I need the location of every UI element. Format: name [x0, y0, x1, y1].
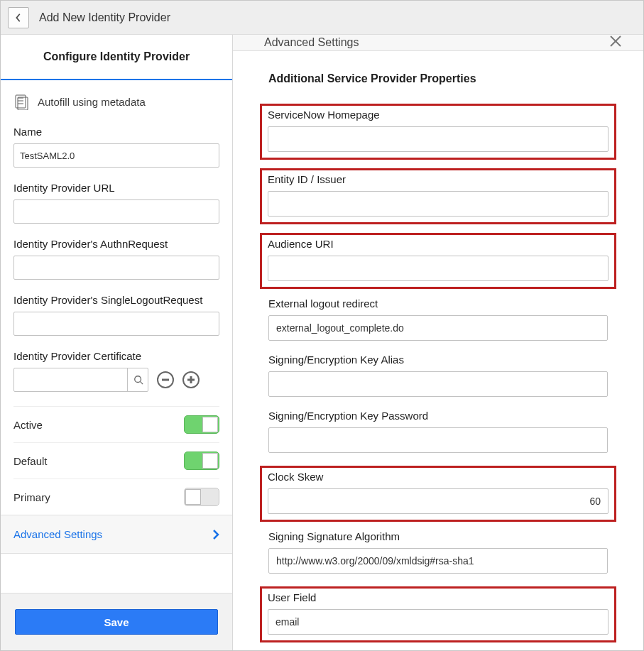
slo-input[interactable] [13, 312, 219, 336]
key-alias-input[interactable] [268, 371, 608, 397]
key-alias-field: Signing/Encryption Key Alias [268, 354, 608, 397]
advanced-settings-link[interactable]: Advanced Settings [1, 515, 232, 554]
autofill-using-metadata[interactable]: Autofill using metadata [13, 93, 219, 110]
clock-label: Clock Skew [268, 471, 608, 483]
user-field: User Field [268, 591, 608, 635]
search-icon [133, 375, 143, 385]
cert-field: Identity Provider Certificate [13, 350, 219, 392]
homepage-input[interactable] [268, 126, 608, 152]
autofill-label: Autofill using metadata [38, 96, 146, 108]
save-button[interactable]: Save [15, 609, 218, 635]
close-button[interactable] [609, 35, 622, 50]
primary-row: Primary [13, 478, 219, 515]
ext-logout-input[interactable] [268, 315, 608, 341]
audience-field: Audience URI [268, 238, 608, 281]
default-toggle[interactable] [184, 452, 219, 470]
authn-label: Identity Provider's AuthnRequest [13, 238, 219, 250]
clock-field: Clock Skew [268, 471, 608, 514]
idp-url-label: Identity Provider URL [13, 182, 219, 194]
highlight-homepage: ServiceNow Homepage [260, 104, 616, 160]
authn-field: Identity Provider's AuthnRequest [13, 238, 219, 280]
name-field: Name [13, 126, 219, 168]
primary-label: Primary [13, 491, 50, 503]
titlebar: Add New Identity Provider [1, 1, 643, 35]
back-button[interactable] [8, 7, 29, 28]
name-label: Name [13, 126, 219, 138]
left-footer: Save [1, 593, 232, 650]
highlight-clock: Clock Skew [260, 466, 616, 522]
name-input[interactable] [13, 143, 219, 168]
chevron-right-icon [212, 529, 219, 540]
active-toggle[interactable] [184, 415, 219, 434]
section-title: Additional Service Provider Properties [268, 72, 608, 85]
audience-label: Audience URI [268, 238, 608, 250]
svg-line-6 [140, 382, 143, 385]
close-icon [609, 35, 622, 48]
left-panel: Configure Identity Provider Autofill usi… [1, 35, 233, 650]
right-panel: Advanced Settings Additional Service Pro… [233, 35, 643, 650]
slo-field: Identity Provider's SingleLogoutRequest [13, 294, 219, 336]
ext-logout-label: External logout redirect [268, 297, 608, 310]
authn-input[interactable] [13, 256, 219, 280]
key-alias-label: Signing/Encryption Key Alias [268, 354, 608, 366]
key-pw-label: Signing/Encryption Key Password [268, 410, 608, 422]
entity-label: Entity ID / Issuer [268, 173, 608, 185]
cert-label: Identity Provider Certificate [13, 350, 219, 362]
cert-add-button[interactable] [182, 371, 200, 388]
user-field-label: User Field [268, 591, 608, 603]
advanced-settings-label: Advanced Settings [13, 528, 102, 540]
audience-input[interactable] [268, 256, 608, 281]
metadata-icon [13, 93, 31, 110]
homepage-field: ServiceNow Homepage [268, 109, 608, 152]
slo-label: Identity Provider's SingleLogoutRequest [13, 294, 219, 306]
left-panel-title: Configure Identity Provider [1, 35, 232, 80]
default-label: Default [13, 455, 48, 467]
highlight-entity: Entity ID / Issuer [260, 168, 616, 224]
ext-logout-field: External logout redirect [268, 297, 608, 341]
key-pw-field: Signing/Encryption Key Password [268, 410, 608, 453]
active-row: Active [13, 406, 219, 442]
homepage-label: ServiceNow Homepage [268, 109, 608, 121]
window-title: Add New Identity Provider [39, 11, 170, 24]
key-pw-input[interactable] [268, 427, 608, 453]
left-panel-body: Autofill using metadata Name Identity Pr… [1, 80, 232, 593]
entity-input[interactable] [268, 191, 608, 217]
user-field-input[interactable] [268, 609, 608, 635]
chevron-left-icon [15, 13, 22, 23]
main-area: Configure Identity Provider Autofill usi… [1, 35, 643, 650]
sig-alg-label: Signing Signature Algorithm [268, 530, 608, 542]
clock-input[interactable] [268, 488, 608, 514]
idp-url-input[interactable] [13, 199, 219, 224]
default-row: Default [13, 442, 219, 478]
cert-lookup-button[interactable] [127, 368, 148, 392]
right-panel-header: Advanced Settings [233, 35, 643, 51]
highlight-user-field: User Field [260, 586, 616, 642]
plus-icon [186, 375, 196, 385]
primary-toggle[interactable] [184, 488, 219, 506]
active-label: Active [13, 419, 43, 431]
highlight-audience: Audience URI [260, 233, 616, 289]
cert-remove-button[interactable] [157, 371, 174, 388]
right-panel-body: Additional Service Provider Properties S… [233, 51, 643, 651]
identity-provider-window: Add New Identity Provider Configure Iden… [0, 0, 644, 651]
minus-icon [160, 375, 170, 385]
sig-alg-input[interactable] [268, 548, 608, 574]
svg-point-5 [134, 376, 141, 383]
sig-alg-field: Signing Signature Algorithm [268, 530, 608, 574]
entity-field: Entity ID / Issuer [268, 173, 608, 217]
idp-url-field: Identity Provider URL [13, 182, 219, 224]
right-panel-title: Advanced Settings [264, 36, 359, 49]
